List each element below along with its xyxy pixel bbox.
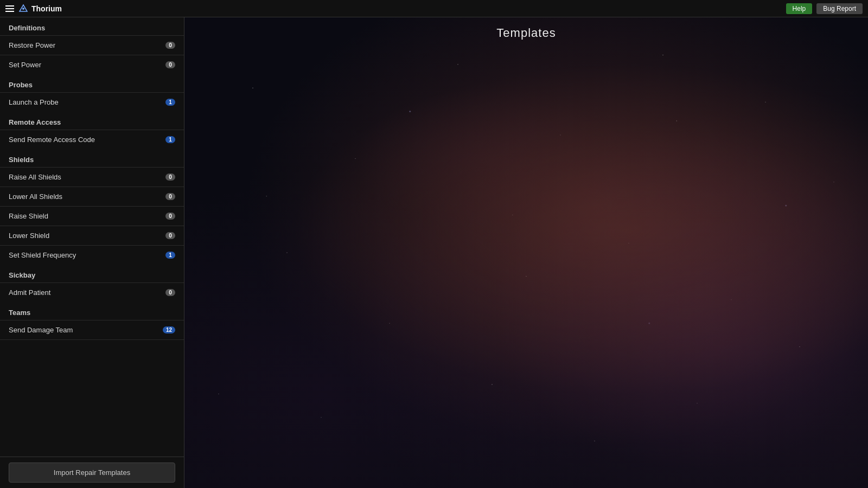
sidebar-item-label-lower-shield: Lower Shield [9, 232, 49, 240]
sidebar-item-set-power[interactable]: Set Power0 [0, 55, 184, 74]
sidebar-item-label-lower-all-shields: Lower All Shields [9, 192, 62, 201]
sidebar-item-lower-all-shields[interactable]: Lower All Shields0 [0, 187, 184, 206]
sidebar-item-launch-probe[interactable]: Launch a Probe1 [0, 92, 184, 112]
app-logo: Thorium [18, 4, 62, 14]
sidebar-item-badge-send-remote-access-code: 1 [165, 136, 175, 143]
sidebar-scroll[interactable]: DefinitionsRestore Power0Set Power0Probe… [0, 17, 184, 457]
section-header-sickbay: Sickbay [0, 265, 184, 282]
sidebar-item-lower-shield[interactable]: Lower Shield0 [0, 226, 184, 245]
sidebar-item-badge-launch-probe: 1 [165, 99, 175, 106]
sidebar-item-badge-set-shield-frequency: 1 [165, 252, 175, 259]
sidebar-item-badge-admit-patient: 0 [165, 289, 175, 296]
sidebar-item-label-raise-shield: Raise Shield [9, 212, 48, 220]
bug-report-button[interactable]: Bug Report [816, 3, 863, 14]
sidebar-item-set-shield-frequency[interactable]: Set Shield Frequency1 [0, 245, 184, 265]
section-header-definitions: Definitions [0, 17, 184, 35]
topbar: Thorium Help Bug Report [0, 0, 868, 17]
page-title: Templates [496, 26, 556, 40]
sidebar-item-label-restore-power: Restore Power [9, 41, 55, 49]
space-background [184, 17, 868, 488]
sidebar-item-badge-restore-power: 0 [165, 42, 175, 49]
sidebar-item-badge-lower-shield: 0 [165, 232, 175, 239]
sidebar-item-label-launch-probe: Launch a Probe [9, 98, 59, 106]
sidebar-item-badge-raise-shield: 0 [165, 213, 175, 220]
sidebar-item-restore-power[interactable]: Restore Power0 [0, 35, 184, 55]
section-header-teams: Teams [0, 302, 184, 320]
sidebar-item-admit-patient[interactable]: Admit Patient0 [0, 282, 184, 302]
main-content: Templates [184, 17, 868, 488]
topbar-left: Thorium [5, 4, 62, 14]
main-layout: DefinitionsRestore Power0Set Power0Probe… [0, 0, 868, 488]
sidebar-item-label-raise-all-shields: Raise All Shields [9, 173, 61, 181]
sidebar-item-label-send-remote-access-code: Send Remote Access Code [9, 136, 95, 144]
sidebar-item-label-set-power: Set Power [9, 61, 41, 69]
sidebar-item-label-set-shield-frequency: Set Shield Frequency [9, 251, 76, 259]
sidebar-item-raise-shield[interactable]: Raise Shield0 [0, 206, 184, 226]
thorium-logo-icon [18, 4, 28, 14]
section-header-shields: Shields [0, 149, 184, 167]
sidebar-item-send-damage-team[interactable]: Send Damage Team12 [0, 320, 184, 340]
sidebar-item-label-admit-patient: Admit Patient [9, 288, 50, 297]
sidebar-item-send-remote-access-code[interactable]: Send Remote Access Code1 [0, 130, 184, 149]
sidebar-item-badge-send-damage-team: 12 [163, 326, 175, 333]
sidebar-item-badge-lower-all-shields: 0 [165, 193, 175, 200]
sidebar-footer: Import Repair Templates [0, 457, 184, 488]
section-header-probes: Probes [0, 74, 184, 92]
sidebar-item-raise-all-shields[interactable]: Raise All Shields0 [0, 167, 184, 187]
app-name: Thorium [31, 4, 62, 13]
svg-point-1 [22, 8, 24, 10]
sidebar-item-label-send-damage-team: Send Damage Team [9, 326, 73, 334]
section-header-remote-access: Remote Access [0, 112, 184, 130]
topbar-right: Help Bug Report [786, 3, 863, 14]
sidebar-item-badge-raise-all-shields: 0 [165, 174, 175, 181]
import-repair-templates-button[interactable]: Import Repair Templates [9, 463, 175, 483]
sidebar: DefinitionsRestore Power0Set Power0Probe… [0, 17, 184, 488]
help-button[interactable]: Help [786, 3, 813, 14]
menu-icon[interactable] [5, 5, 14, 12]
sidebar-item-badge-set-power: 0 [165, 61, 175, 68]
